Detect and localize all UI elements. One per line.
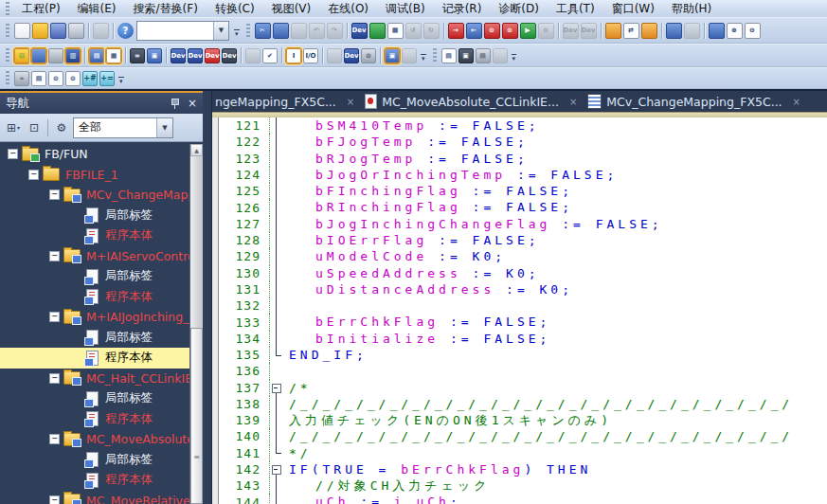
tree-module-toggle-icon[interactable]: ⊞▾	[4, 118, 23, 137]
code-line[interactable]: 137/*	[219, 380, 827, 396]
transfer-setup-icon[interactable]: ⇄	[623, 23, 639, 39]
monitor-window-icon[interactable]	[666, 23, 682, 39]
menu-item[interactable]: 工程(P)	[13, 0, 69, 17]
document-tab[interactable]: MC_MoveAbsolute_CCLinkIE...	[355, 91, 568, 112]
cut-icon[interactable]: ✂	[255, 23, 271, 39]
tree-collapse-box[interactable]: −	[49, 373, 60, 384]
tree-item[interactable]: −MC_Halt_CCLinkIEFBa	[0, 369, 189, 389]
tree-item[interactable]: 局部标签	[0, 328, 189, 349]
tree-item[interactable]: −MC_MoveAbsolute_C	[0, 429, 189, 450]
print-icon[interactable]	[68, 23, 84, 39]
menu-item[interactable]: 转换(C)	[207, 0, 263, 17]
code-line[interactable]: 129uModelCode := K0;	[219, 248, 827, 264]
intelligent-module-icon[interactable]: ▥	[65, 48, 81, 63]
zoom-in-icon[interactable]: ⊕	[727, 23, 743, 39]
scrollbar-thumb[interactable]: ≡	[190, 328, 203, 504]
filter-settings-gear-icon[interactable]: ⚙	[52, 118, 71, 137]
code-line[interactable]: 143//対象CH入力チェック	[219, 477, 827, 494]
tree-item[interactable]: −FB/FUN	[0, 144, 189, 165]
code-line[interactable]: 121bSM410Temp := FALSE;	[219, 117, 827, 134]
watch-window-icon[interactable]: ▤	[441, 48, 457, 63]
code-line[interactable]: 124bJogOrInchingTemp := FALSE;	[219, 167, 827, 183]
save-project-icon[interactable]	[50, 23, 66, 39]
monitor-find-icon[interactable]: ⊙	[484, 23, 500, 39]
code-line[interactable]: 140/_/_/_/_/_/_/_/_/_/_/_/_/_/_/_/_/_/_/…	[219, 428, 827, 444]
new-project-icon[interactable]	[14, 23, 30, 39]
code-line[interactable]: 130uSpeedAddress := K0;	[219, 265, 827, 281]
menu-item[interactable]: 搜索/替换(F)	[125, 0, 207, 17]
toolbar-grip[interactable]	[433, 48, 437, 63]
menu-item[interactable]: 工具(T)	[548, 0, 603, 17]
menu-item[interactable]: 视图(V)	[263, 0, 320, 17]
menu-item[interactable]: 窗口(W)	[603, 0, 663, 17]
code-line[interactable]: 138/_/_/_/_/_/_/_/_/_/_/_/_/_/_/_/_/_/_/…	[219, 396, 827, 412]
document-tab[interactable]: MCv_ChangeMapping_FX5C...	[578, 91, 791, 112]
module-configuration-icon[interactable]	[48, 48, 63, 63]
monitor-write-mode-icon[interactable]	[709, 23, 725, 39]
write-to-plc-icon[interactable]: →	[448, 23, 464, 39]
code-line[interactable]: 139入力値チェック(ENのON後1スキャンのみ)	[219, 412, 827, 428]
convert-icon[interactable]: »	[14, 71, 29, 86]
add-line-number-icon[interactable]: +#	[82, 71, 98, 86]
code-area[interactable]: 121bSM410Temp := FALSE;122bFJogTemp := F…	[218, 117, 827, 504]
pin-icon[interactable]	[171, 98, 180, 109]
device-memory-icon[interactable]: ▦	[387, 23, 404, 39]
fold-collapse-box[interactable]	[270, 380, 285, 396]
open-project-icon[interactable]	[32, 23, 48, 39]
add-assignment-icon[interactable]: +=	[99, 71, 115, 86]
tree-item[interactable]: 局部标签	[0, 388, 189, 409]
code-line[interactable]: 132	[219, 297, 827, 314]
tree-collapse-box[interactable]: −	[49, 495, 60, 504]
edit-mode-icon[interactable]: I	[286, 48, 301, 63]
tree-item[interactable]: 局部标签	[0, 450, 189, 471]
comment-read-icon[interactable]	[641, 23, 657, 39]
toolbar-overflow-button[interactable]: ▾	[512, 54, 517, 63]
toolbar-overflow-button[interactable]: ▾	[118, 77, 124, 85]
tree-item[interactable]: 程序本体	[0, 409, 189, 430]
tree-display-icon[interactable]: ⊡	[25, 118, 44, 137]
code-line[interactable]: 127bJogInchingChangeFlag := FALSE;	[219, 216, 827, 232]
read-from-plc-icon[interactable]: ←	[466, 23, 482, 39]
convert-check-icon[interactable]: ▤	[31, 71, 46, 86]
find-next-icon[interactable]: ⊙	[65, 71, 81, 86]
toolbar-grip[interactable]	[246, 24, 250, 38]
menu-item[interactable]: 帮助(H)	[663, 0, 720, 17]
panel-splitter[interactable]	[203, 91, 212, 504]
toolbar-grip[interactable]	[6, 48, 9, 63]
st-editor-icon[interactable]: ▦	[106, 48, 121, 63]
copy-icon[interactable]	[273, 23, 289, 39]
program-check-icon[interactable]: ✔	[262, 48, 278, 63]
device-find-icon[interactable]: ⊙	[361, 48, 376, 63]
device-monitor-icon[interactable]	[369, 23, 386, 39]
tree-item[interactable]: −MCv_ChangeMappin	[0, 185, 189, 206]
quick-find-combobox[interactable]: ▼	[136, 21, 229, 41]
intelligent-function-icon[interactable]: ▣	[458, 48, 474, 63]
tree-item[interactable]: −FBFILE_1	[0, 165, 189, 186]
menu-item[interactable]: 诊断(D)	[490, 0, 548, 17]
tree-collapse-box[interactable]: −	[49, 434, 60, 444]
tree-item[interactable]: 程序本体	[0, 348, 189, 369]
device-display-format-icon[interactable]: Dev	[171, 48, 186, 63]
tree-collapse-box[interactable]: −	[28, 170, 39, 180]
toolbar-grip[interactable]	[6, 71, 9, 85]
tree-item[interactable]: 程序本体	[0, 225, 189, 246]
toolbar-grip[interactable]	[6, 24, 9, 38]
menu-item[interactable]: 记录(R)	[434, 0, 491, 17]
tree-filter-combobox[interactable]: 全部 ▼	[73, 117, 173, 138]
tree-item[interactable]: −M+IAIServoControl_I	[0, 246, 189, 267]
menu-item[interactable]: 编辑(E)	[69, 0, 125, 17]
menu-item[interactable]: 在线(O)	[319, 0, 377, 17]
device-list-icon[interactable]: Dev	[188, 48, 203, 63]
tree-item[interactable]: 程序本体	[0, 470, 189, 491]
device-comment-icon[interactable]: Dev	[351, 23, 368, 39]
document-tab[interactable]: ngeMapping_FX5C...	[212, 91, 346, 112]
fold-collapse-box[interactable]	[270, 461, 285, 477]
cross-reference-icon[interactable]: ▤	[476, 48, 491, 63]
code-line[interactable]: 133bErrChkFlag := FALSE;	[219, 314, 827, 330]
device-test-icon[interactable]: Dev	[222, 48, 237, 63]
close-icon[interactable]: ×	[188, 98, 197, 109]
device-display-icon[interactable]: Dev	[344, 48, 359, 63]
combo-dropdown-arrow[interactable]: ▼	[213, 22, 228, 40]
tree-item[interactable]: 局部标签	[0, 206, 189, 226]
monitor-start-find-icon[interactable]: ▶	[520, 23, 536, 39]
